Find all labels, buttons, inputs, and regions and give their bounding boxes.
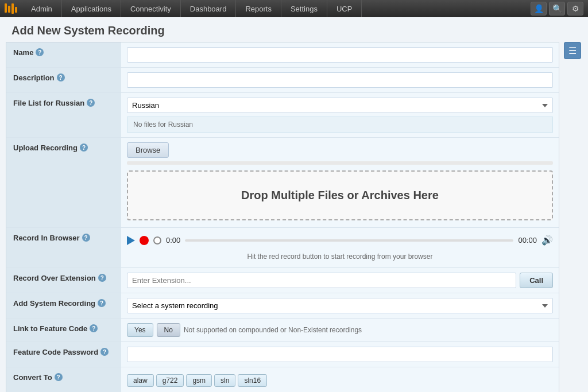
form-row-extension: Record Over Extension ? Call xyxy=(6,268,559,293)
feature-password-label: Feature Code Password ? xyxy=(6,342,121,367)
name-field xyxy=(121,42,559,67)
no-files-message: No files for Russian xyxy=(127,117,553,133)
name-label: Name ? xyxy=(6,42,121,67)
upload-help-icon[interactable]: ? xyxy=(80,143,88,152)
nav-user-icon[interactable]: 👤 xyxy=(531,2,547,15)
feature-password-help-icon[interactable]: ? xyxy=(100,348,109,356)
add-recording-help-icon[interactable]: ? xyxy=(98,299,106,307)
form-row-file-list: File List for Russian ? Russian No files… xyxy=(6,93,559,138)
record-browser-label: Record In Browser ? xyxy=(6,228,121,267)
file-list-label: File List for Russian ? xyxy=(6,93,121,137)
form-row-add-recording: Add System Recording ? Select a system r… xyxy=(6,293,559,319)
record-browser-field: 0:00 00:00 🔊 Hit the red record button t… xyxy=(121,228,559,267)
form-panel: Name ? Description ? File List for Russi… xyxy=(6,42,559,392)
nav-item-ucp[interactable]: UCP xyxy=(327,0,362,17)
form-row-feature-link: Link to Feature Code ? Yes No Not suppor… xyxy=(6,319,559,342)
radio-indicator xyxy=(153,236,161,244)
drop-zone-text: Drop Multiple Files or Archives Here xyxy=(140,189,540,202)
upload-field: Browse Drop Multiple Files or Archives H… xyxy=(121,138,559,227)
convert-g722[interactable]: g722 xyxy=(156,374,184,387)
convert-alaw[interactable]: alaw xyxy=(127,374,154,387)
nav-item-admin[interactable]: Admin xyxy=(22,0,62,17)
nav-items: Admin Applications Connectivity Dashboar… xyxy=(22,0,526,17)
name-help-icon[interactable]: ? xyxy=(36,48,44,56)
call-button[interactable]: Call xyxy=(520,273,553,288)
feature-link-help-icon[interactable]: ? xyxy=(90,324,98,332)
panel-toggle-button[interactable]: ☰ xyxy=(564,42,581,59)
main-content: Name ? Description ? File List for Russi… xyxy=(0,42,588,392)
convert-gsm[interactable]: gsm xyxy=(186,374,212,387)
drop-zone[interactable]: Drop Multiple Files or Archives Here xyxy=(127,170,553,220)
extension-row: Call xyxy=(127,273,553,288)
form-row-record-browser: Record In Browser ? 0:00 00:00 🔊 Hit the… xyxy=(6,228,559,268)
feature-password-input[interactable] xyxy=(127,347,553,362)
feature-link-field: Yes No Not supported on compounded or No… xyxy=(121,319,559,341)
not-supported-text: Not supported on compounded or Non-Exist… xyxy=(184,326,362,334)
time-start: 0:00 xyxy=(166,236,180,244)
extension-input[interactable] xyxy=(127,273,516,288)
page-title: Add New System Recording xyxy=(0,17,588,42)
feature-link-label: Link to Feature Code ? xyxy=(6,319,121,341)
convert-label: Convert To ? xyxy=(6,367,121,392)
progress-bar[interactable] xyxy=(185,239,513,242)
description-field xyxy=(121,68,559,92)
form-row-convert: Convert To ? alaw g722 gsm sln sln16 sln… xyxy=(6,367,559,392)
play-button[interactable] xyxy=(127,236,135,245)
yes-no-row: Yes No Not supported on compounded or No… xyxy=(127,323,553,337)
description-input[interactable] xyxy=(127,72,553,88)
audio-player: 0:00 00:00 🔊 xyxy=(127,232,553,248)
record-button[interactable] xyxy=(140,236,149,245)
convert-help-icon[interactable]: ? xyxy=(55,373,63,381)
extension-label: Record Over Extension ? xyxy=(6,268,121,293)
form-row-name: Name ? xyxy=(6,42,559,68)
nav-settings-icon[interactable]: ⚙ xyxy=(567,2,583,15)
form-row-description: Description ? xyxy=(6,68,559,93)
convert-badges-row: alaw g722 gsm sln sln16 xyxy=(127,372,553,389)
right-panel: ☰ xyxy=(564,42,582,392)
nav-search-icon[interactable]: 🔍 xyxy=(549,2,565,15)
nav-logo xyxy=(0,0,22,17)
nav-item-reports[interactable]: Reports xyxy=(236,0,281,17)
file-list-field: Russian No files for Russian xyxy=(121,93,559,137)
top-nav: Admin Applications Connectivity Dashboar… xyxy=(0,0,588,17)
file-list-select[interactable]: Russian xyxy=(127,98,553,113)
no-button[interactable]: No xyxy=(157,323,180,337)
form-row-feature-password: Feature Code Password ? xyxy=(6,342,559,367)
yes-button[interactable]: Yes xyxy=(127,323,153,337)
name-input[interactable] xyxy=(127,47,553,63)
upload-label: Upload Recording ? xyxy=(6,138,121,227)
description-help-icon[interactable]: ? xyxy=(57,73,65,81)
time-end: 00:00 xyxy=(518,236,537,244)
nav-item-settings[interactable]: Settings xyxy=(281,0,327,17)
convert-sln[interactable]: sln xyxy=(214,374,235,387)
record-browser-help-icon[interactable]: ? xyxy=(82,234,90,242)
audio-hint: Hit the red record button to start recor… xyxy=(127,251,553,263)
volume-icon[interactable]: 🔊 xyxy=(541,235,553,246)
browse-button[interactable]: Browse xyxy=(127,142,169,158)
add-recording-label: Add System Recording ? xyxy=(6,293,121,318)
add-recording-field: Select a system recording xyxy=(121,293,559,318)
description-label: Description ? xyxy=(6,68,121,92)
nav-item-applications[interactable]: Applications xyxy=(62,0,121,17)
nav-item-dashboard[interactable]: Dashboard xyxy=(181,0,237,17)
nav-right: 👤 🔍 ⚙ xyxy=(526,2,588,15)
convert-sln16[interactable]: sln16 xyxy=(238,374,267,387)
system-recording-select[interactable]: Select a system recording xyxy=(127,298,553,313)
extension-help-icon[interactable]: ? xyxy=(98,274,106,282)
convert-field: alaw g722 gsm sln sln16 sln48 ulaw wav xyxy=(121,367,559,392)
feature-password-field xyxy=(121,342,559,367)
nav-item-connectivity[interactable]: Connectivity xyxy=(121,0,181,17)
extension-field: Call xyxy=(121,268,559,293)
form-row-upload: Upload Recording ? Browse Drop Multiple … xyxy=(6,138,559,228)
file-list-help-icon[interactable]: ? xyxy=(87,99,95,107)
